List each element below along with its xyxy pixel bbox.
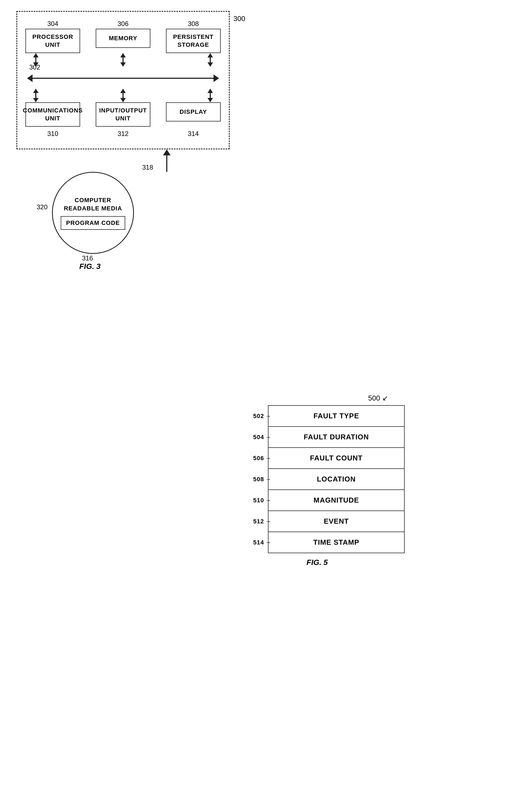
program-code-label: PROGRAM CODE	[66, 220, 120, 226]
time-stamp-label: TIME STAMP	[313, 538, 359, 547]
tick-514: 514 →	[253, 539, 271, 546]
bus-row: 302	[25, 69, 221, 86]
top-row: 304 PROCESSORUNIT 306 MEMORY 308 PERSIST…	[25, 20, 221, 53]
arrow-506: →	[265, 455, 271, 462]
arrow-514: →	[265, 539, 271, 546]
arrow-508: →	[265, 476, 271, 483]
label-508: 508	[253, 476, 264, 483]
arrow-510: →	[265, 497, 271, 504]
label-514: 514	[253, 539, 264, 546]
fault-row-3: 508 → LOCATION	[269, 469, 404, 490]
fault-row-6: 514 → TIME STAMP	[269, 532, 404, 553]
label-504: 504	[253, 434, 264, 441]
memory-label: MEMORY	[109, 34, 137, 42]
computer-readable-media-text: COMPUTERREADABLE MEDIA	[64, 196, 122, 213]
fault-row-5: 512 → EVENT	[269, 511, 404, 532]
arrowhead-down	[33, 98, 38, 102]
label-506: 506	[253, 455, 264, 462]
display-col: DISPLAY	[166, 102, 221, 127]
circle-area: 318 320 COMPUTERREADABLE MEDIA PROGRAM C…	[52, 172, 150, 254]
label-512: 512	[253, 518, 264, 525]
magnitude-label: MAGNITUDE	[313, 496, 359, 504]
fault-row-0: 502 → FAULT TYPE	[269, 406, 404, 427]
display-label: DISPLAY	[180, 108, 207, 116]
arrowhead-up	[208, 89, 213, 93]
label-306: 306	[118, 20, 128, 28]
label-500-row: 500 ↙	[368, 394, 388, 402]
bottom-row: COMMUNICATIONSUNIT INPUT/OUTPUTUNIT DISP…	[25, 102, 221, 127]
arrowhead-up	[33, 89, 38, 93]
input-output-unit-label: INPUT/OUTPUTUNIT	[99, 107, 147, 122]
tick-508: 508 →	[253, 476, 271, 483]
event-label: EVENT	[324, 517, 349, 526]
fig5-caption: FIG. 5	[246, 558, 388, 567]
tick-504: 504 →	[253, 434, 271, 441]
io-col: INPUT/OUTPUTUNIT	[96, 102, 150, 127]
bus-line	[28, 78, 218, 79]
arrow-504: →	[265, 434, 271, 441]
arrow-shaft	[210, 93, 211, 98]
label-312: 312	[96, 130, 150, 138]
program-code-box: PROGRAM CODE	[61, 216, 125, 230]
arrow-shaft	[35, 93, 36, 98]
tick-502: 502 →	[253, 412, 271, 420]
arrow-512: →	[265, 518, 271, 525]
connector-arrowhead	[163, 149, 171, 155]
communications-unit-label: COMMUNICATIONSUNIT	[23, 107, 83, 122]
arrow-bus-display	[207, 89, 213, 102]
arrow-shaft	[122, 57, 124, 62]
label-314: 314	[166, 130, 221, 138]
connector-shaft	[166, 155, 167, 172]
tick-512: 512 →	[253, 518, 271, 525]
label-300: 300	[234, 14, 245, 23]
label-318: 318	[142, 164, 153, 171]
arrowhead-up	[120, 89, 126, 93]
top-vert-arrows	[25, 53, 221, 67]
label-502: 502	[253, 412, 264, 420]
arrowhead-down	[120, 62, 126, 67]
arrowhead-down	[120, 98, 126, 102]
processor-col: 304 PROCESSORUNIT	[25, 20, 80, 53]
fig5-diagram: 500 ↙ 502 → FAULT TYPE 504 → FAULT DURAT…	[224, 394, 388, 567]
location-label: LOCATION	[317, 475, 356, 484]
label-308: 308	[188, 20, 199, 28]
arrowhead-up	[33, 53, 38, 57]
fig3-caption: FIG. 3	[79, 262, 241, 271]
processor-unit-box: PROCESSORUNIT	[25, 29, 80, 53]
fault-table: 502 → FAULT TYPE 504 → FAULT DURATION 50…	[268, 405, 404, 553]
communications-unit-box: COMMUNICATIONSUNIT	[25, 102, 80, 127]
data-processing-system-box: 300 304 PROCESSORUNIT 306 MEMORY 308 PER…	[17, 11, 230, 149]
arrowhead-up	[120, 53, 126, 57]
persistent-storage-box: PERSISTENTSTORAGE	[166, 29, 221, 53]
tick-506: 506 →	[253, 455, 271, 462]
label-310: 310	[25, 130, 80, 138]
arrow-502: →	[265, 412, 271, 420]
display-box: DISPLAY	[166, 102, 221, 121]
label-304: 304	[47, 20, 58, 28]
fig3-diagram: 300 304 PROCESSORUNIT 306 MEMORY 308 PER…	[17, 11, 241, 271]
bottom-ref-labels: 310 312 314	[25, 128, 221, 138]
processor-unit-label: PROCESSORUNIT	[32, 33, 73, 49]
bus-arrow-right	[213, 75, 219, 82]
persistent-storage-label: PERSISTENTSTORAGE	[173, 33, 213, 49]
tick-510: 510 →	[253, 497, 271, 504]
input-output-unit-box: INPUT/OUTPUTUNIT	[96, 102, 150, 127]
label-316: 316	[82, 255, 93, 262]
arrow-shaft	[35, 57, 36, 62]
fault-count-label: FAULT COUNT	[310, 454, 363, 462]
fault-row-4: 510 → MAGNITUDE	[269, 490, 404, 511]
label-500-area: 500 ↙	[224, 394, 388, 402]
arrowhead-down	[208, 62, 213, 67]
computer-readable-media-circle: COMPUTERREADABLE MEDIA PROGRAM CODE	[52, 172, 134, 254]
memory-col: 306 MEMORY	[96, 20, 150, 53]
label-302: 302	[29, 63, 40, 71]
arrow-shaft	[210, 57, 211, 62]
arrow-storage-bus	[207, 53, 213, 67]
fault-type-label: FAULT TYPE	[313, 412, 359, 420]
fault-table-wrapper: 502 → FAULT TYPE 504 → FAULT DURATION 50…	[246, 405, 388, 553]
fault-row-2: 506 → FAULT COUNT	[269, 448, 404, 469]
arrow-bus-comm	[33, 89, 39, 102]
arrow-memory-bus	[120, 53, 126, 67]
arrow-shaft	[122, 93, 124, 98]
label-510: 510	[253, 497, 264, 504]
